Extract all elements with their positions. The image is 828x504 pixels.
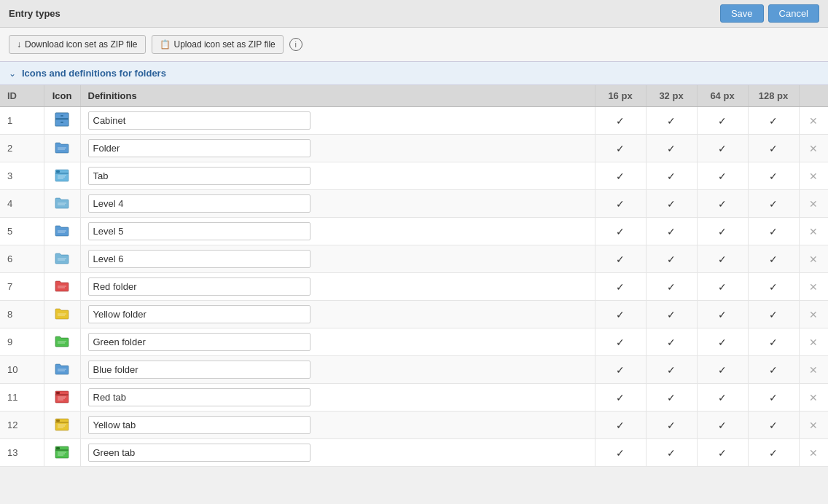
- delete-icon[interactable]: ✕: [809, 392, 818, 403]
- row-delete[interactable]: ✕: [799, 135, 828, 162]
- definition-input[interactable]: [88, 388, 310, 406]
- definition-input[interactable]: [88, 277, 310, 296]
- checkmark-icon: ✓: [667, 115, 676, 127]
- row-checkmark: ✓: [697, 190, 748, 218]
- row-checkmark: ✓: [595, 107, 646, 135]
- checkmark-icon: ✓: [769, 281, 778, 293]
- checkmark-icon: ✓: [769, 115, 778, 127]
- row-icon: [44, 162, 80, 190]
- delete-icon[interactable]: ✕: [809, 420, 818, 431]
- row-delete[interactable]: ✕: [799, 107, 828, 135]
- row-icon: [44, 356, 80, 384]
- upload-zip-label: Upload icon set as ZIP file: [174, 39, 276, 50]
- checkmark-icon: ✓: [769, 143, 778, 154]
- row-delete[interactable]: ✕: [799, 328, 828, 356]
- delete-icon[interactable]: ✕: [809, 170, 818, 182]
- header-buttons: Save Cancel: [720, 4, 819, 23]
- definition-input[interactable]: [88, 167, 310, 185]
- row-delete[interactable]: ✕: [799, 245, 828, 273]
- row-id: 11: [0, 384, 44, 412]
- row-id: 7: [0, 273, 44, 301]
- checkmark-icon: ✓: [769, 336, 778, 348]
- definition-input[interactable]: [88, 444, 310, 462]
- delete-icon[interactable]: ✕: [809, 253, 818, 265]
- table-row: 4 ✓✓✓✓✕: [0, 190, 828, 218]
- row-checkmark: ✓: [646, 301, 697, 328]
- row-checkmark: ✓: [595, 356, 646, 384]
- row-delete[interactable]: ✕: [799, 273, 828, 301]
- row-icon: [44, 273, 80, 301]
- row-id: 4: [0, 190, 44, 218]
- section-header[interactable]: ⌄ Icons and definitions for folders: [0, 61, 828, 85]
- definition-input[interactable]: [88, 139, 310, 157]
- row-delete[interactable]: ✕: [799, 384, 828, 412]
- delete-icon[interactable]: ✕: [809, 364, 818, 376]
- delete-icon[interactable]: ✕: [809, 115, 818, 127]
- delete-icon[interactable]: ✕: [809, 447, 818, 459]
- delete-icon[interactable]: ✕: [809, 281, 818, 293]
- checkmark-icon: ✓: [667, 226, 676, 237]
- definition-input[interactable]: [88, 416, 310, 434]
- row-delete[interactable]: ✕: [799, 301, 828, 328]
- definition-input[interactable]: [88, 111, 310, 130]
- row-checkmark: ✓: [595, 412, 646, 439]
- definition-input[interactable]: [88, 333, 310, 351]
- row-checkmark: ✓: [646, 384, 697, 412]
- row-id: 5: [0, 218, 44, 245]
- row-delete[interactable]: ✕: [799, 439, 828, 467]
- row-icon: [44, 301, 80, 328]
- download-zip-button[interactable]: ↓ Download icon set as ZIP file: [9, 35, 146, 54]
- row-checkmark: ✓: [646, 218, 697, 245]
- col-header-16px: 16 px: [595, 85, 646, 107]
- row-delete[interactable]: ✕: [799, 356, 828, 384]
- row-id: 6: [0, 245, 44, 273]
- checkmark-icon: ✓: [718, 281, 727, 293]
- checkmark-icon: ✓: [667, 253, 676, 265]
- row-checkmark: ✓: [595, 439, 646, 467]
- row-definition: [80, 328, 595, 356]
- save-button[interactable]: Save: [720, 4, 764, 23]
- row-definition: [80, 439, 595, 467]
- row-delete[interactable]: ✕: [799, 218, 828, 245]
- row-delete[interactable]: ✕: [799, 412, 828, 439]
- definition-input[interactable]: [88, 361, 310, 379]
- checkmark-icon: ✓: [718, 226, 727, 237]
- row-checkmark: ✓: [748, 439, 799, 467]
- checkmark-icon: ✓: [769, 253, 778, 265]
- row-checkmark: ✓: [646, 412, 697, 439]
- definition-input[interactable]: [88, 305, 310, 323]
- table-row: 3 ✓✓✓✓✕: [0, 162, 828, 190]
- svg-rect-30: [56, 392, 60, 394]
- row-id: 2: [0, 135, 44, 162]
- definition-input[interactable]: [88, 194, 310, 213]
- cancel-button[interactable]: Cancel: [768, 4, 819, 23]
- row-checkmark: ✓: [595, 328, 646, 356]
- row-delete[interactable]: ✕: [799, 190, 828, 218]
- row-checkmark: ✓: [646, 439, 697, 467]
- section-title: Icons and definitions for folders: [22, 68, 166, 79]
- row-icon: [44, 245, 80, 273]
- row-checkmark: ✓: [595, 135, 646, 162]
- delete-icon[interactable]: ✕: [809, 143, 818, 154]
- checkmark-icon: ✓: [616, 198, 625, 210]
- row-icon: [44, 107, 80, 135]
- row-definition: [80, 412, 595, 439]
- svg-rect-35: [55, 422, 69, 423]
- row-checkmark: ✓: [748, 245, 799, 273]
- row-checkmark: ✓: [595, 273, 646, 301]
- delete-icon[interactable]: ✕: [809, 226, 818, 237]
- table-row: 5 ✓✓✓✓✕: [0, 218, 828, 245]
- row-delete[interactable]: ✕: [799, 162, 828, 190]
- row-id: 9: [0, 328, 44, 356]
- header-bar: Entry types Save Cancel: [0, 0, 828, 28]
- row-checkmark: ✓: [748, 328, 799, 356]
- delete-icon[interactable]: ✕: [809, 336, 818, 348]
- upload-zip-button[interactable]: 📋 Upload icon set as ZIP file: [152, 35, 284, 54]
- delete-icon[interactable]: ✕: [809, 309, 818, 320]
- col-header-definitions: Definitions: [80, 85, 595, 107]
- row-checkmark: ✓: [748, 162, 799, 190]
- definition-input[interactable]: [88, 250, 310, 268]
- row-icon: [44, 439, 80, 467]
- definition-input[interactable]: [88, 222, 310, 240]
- delete-icon[interactable]: ✕: [809, 198, 818, 210]
